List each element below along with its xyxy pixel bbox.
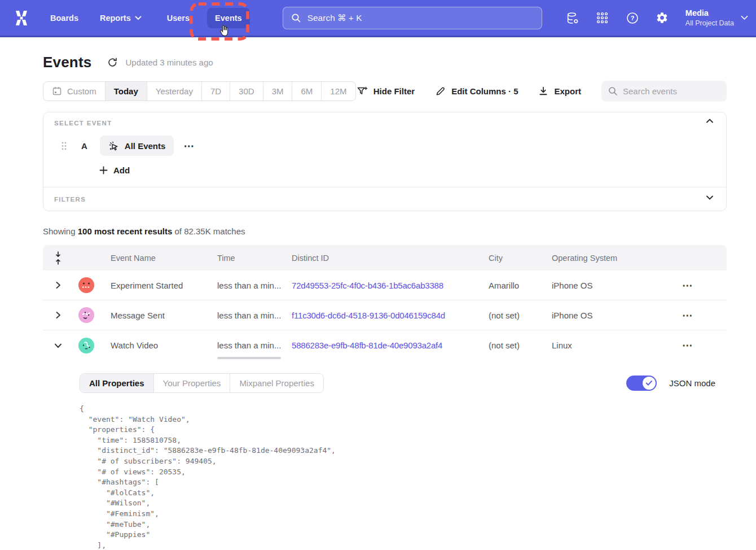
expand-section-icon[interactable] [706, 195, 714, 200]
query-builder-card: SELECT EVENT A [43, 112, 727, 211]
controls-row: Custom Today Yesterday 7D 30D 3M 6M 12M [43, 81, 727, 101]
chevron-down-icon [741, 15, 748, 20]
distinct-id-link[interactable]: f11c30d6-dc6d-4518-9136-0d046159c84d [292, 311, 445, 320]
project-selector[interactable]: Media All Project Data [685, 8, 748, 28]
row-menu-icon[interactable]: ⋯ [649, 310, 727, 321]
header-time[interactable]: Time [217, 254, 292, 263]
drag-handle-icon[interactable] [61, 141, 68, 151]
export-label: Export [554, 86, 581, 96]
step-letter: A [81, 141, 87, 151]
table-row[interactable]: Message Sent less than a min... f11c30d6… [43, 300, 727, 330]
pencil-icon [435, 86, 446, 97]
select-event-section: SELECT EVENT A [43, 112, 726, 187]
collapse-row-icon[interactable] [43, 342, 73, 349]
event-avatar [78, 307, 94, 323]
search-icon [291, 13, 301, 23]
settings-gear-icon[interactable] [656, 11, 669, 25]
last-updated-text: Updated 3 minutes ago [125, 58, 213, 67]
date-range-yesterday[interactable]: Yesterday [147, 82, 202, 101]
row-menu-icon[interactable]: ⋯ [649, 280, 727, 291]
cell-os: iPhone OS [552, 311, 649, 320]
date-range-3m[interactable]: 3M [263, 82, 293, 101]
export-button[interactable]: Export [538, 86, 581, 96]
results-summary: Showing 100 most recent results of 82.35… [43, 226, 727, 236]
table-row[interactable]: Watch Video less than a min... 5886283e-… [43, 330, 727, 360]
download-icon [538, 86, 548, 96]
sparkle-cursor-icon [108, 141, 119, 151]
date-range-yesterday-label: Yesterday [156, 86, 193, 96]
refresh-button[interactable] [107, 57, 118, 68]
nav-boards-label: Boards [50, 14, 78, 23]
table-row[interactable]: Experiment Started less than a min... 72… [43, 270, 727, 300]
global-search[interactable] [283, 7, 542, 29]
cell-city: (not set) [489, 311, 552, 320]
date-range-6m[interactable]: 6M [292, 82, 322, 101]
expand-row-icon[interactable] [43, 311, 73, 319]
row-menu-icon[interactable]: ⋯ [649, 340, 727, 351]
tab-your-properties[interactable]: Your Properties [154, 374, 231, 392]
apps-grid-icon[interactable] [596, 11, 609, 25]
summary-suffix: of 82.35K matches [172, 226, 245, 236]
mixpanel-logo[interactable] [11, 9, 32, 27]
page-title: Events [43, 54, 91, 71]
nav-item-boards[interactable]: Boards [50, 14, 78, 23]
sort-icon[interactable] [43, 251, 73, 265]
collapse-section-icon[interactable] [706, 118, 714, 124]
event-json-view: { "event": "Watch Video", "properties": … [80, 404, 727, 550]
horizontal-scrollbar-thumb[interactable] [217, 357, 281, 359]
event-more-icon[interactable]: ⋯ [183, 141, 195, 151]
event-selector-chip[interactable]: All Events [100, 136, 174, 156]
nav-item-users[interactable]: Users [167, 14, 190, 23]
tab-mixpanel-properties[interactable]: Mixpanel Properties [230, 374, 323, 392]
cell-event-name: Message Sent [99, 311, 217, 320]
nav-item-reports[interactable]: Reports [100, 14, 142, 23]
nav-events-label: Events [215, 14, 242, 23]
json-mode-toggle[interactable] [626, 376, 657, 391]
tab-all-properties[interactable]: All Properties [80, 374, 154, 392]
date-range-12m[interactable]: 12M [322, 82, 355, 101]
chevron-down-icon [135, 16, 142, 20]
filters-label: FILTERS [54, 196, 86, 203]
help-icon[interactable]: ? [626, 11, 639, 25]
data-management-icon[interactable] [566, 11, 579, 25]
project-name: Media [685, 8, 734, 19]
nav-item-events[interactable]: Events [207, 8, 250, 28]
event-avatar [78, 338, 94, 353]
add-label: Add [113, 165, 130, 175]
event-detail-panel: All Properties Your Properties Mixpanel … [80, 360, 727, 550]
cell-os: iPhone OS [552, 281, 649, 290]
filters-section[interactable]: FILTERS [43, 187, 726, 211]
search-icon [608, 86, 618, 96]
date-range-3m-label: 3M [272, 86, 284, 96]
date-range-7d[interactable]: 7D [202, 82, 230, 101]
add-event-button[interactable]: Add [99, 165, 715, 175]
header-distinct-id[interactable]: Distinct ID [292, 254, 489, 263]
date-range-custom[interactable]: Custom [43, 82, 106, 101]
global-search-input[interactable] [307, 13, 534, 23]
page-header: Events Updated 3 minutes ago [43, 53, 727, 72]
distinct-id-link[interactable]: 72d49553-25fc-4f0c-b436-1b5ac6ab3388 [292, 281, 443, 290]
project-scope: All Project Data [685, 19, 734, 28]
header-os[interactable]: Operating System [552, 254, 649, 263]
hide-filter-button[interactable]: Hide Filter [357, 86, 415, 97]
edit-columns-button[interactable]: Edit Columns · 5 [435, 86, 518, 97]
date-range-6m-label: 6M [301, 86, 313, 96]
search-events-field[interactable] [601, 81, 727, 102]
expand-row-icon[interactable] [43, 281, 73, 289]
svg-text:?: ? [630, 15, 634, 21]
plus-icon [99, 166, 108, 174]
date-range-30d[interactable]: 30D [230, 82, 263, 101]
table-header-row: Event Name Time Distinct ID City Operati… [43, 245, 727, 270]
header-event-name[interactable]: Event Name [99, 254, 217, 263]
distinct-id-link[interactable]: 5886283e-e9fb-48fb-81de-40e9093a2af4 [292, 341, 442, 350]
date-range-today[interactable]: Today [106, 82, 147, 101]
cell-city: Amarillo [489, 281, 552, 290]
header-city[interactable]: City [489, 254, 552, 263]
cell-time: less than a min... [217, 281, 292, 290]
cell-time: less than a min... [217, 341, 292, 350]
search-events-input[interactable] [623, 86, 720, 96]
mixpanel-events-page: Boards Reports Users Events [0, 0, 756, 550]
cell-city: (not set) [489, 341, 552, 350]
hide-filter-label: Hide Filter [373, 86, 415, 96]
calendar-icon [52, 86, 62, 96]
